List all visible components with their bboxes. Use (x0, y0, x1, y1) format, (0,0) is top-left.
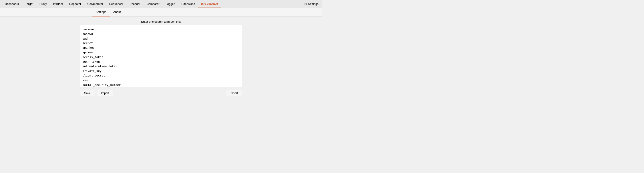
main-content: Enter one search term per line: password… (0, 17, 322, 100)
button-row: Save Import Export (80, 90, 242, 96)
search-terms-textarea[interactable]: password passwd pwd secret api_key apike… (80, 25, 242, 87)
textarea-wrapper: password passwd pwd secret api_key apike… (80, 25, 242, 87)
nav-item-extensions[interactable]: Extensions (178, 0, 198, 8)
tab-about[interactable]: About (110, 8, 124, 17)
nav-item-logger[interactable]: Logger (162, 0, 178, 8)
nav-item-sequencer[interactable]: Sequencer (106, 0, 126, 8)
nav-item-collaborator[interactable]: Collaborator (84, 0, 106, 8)
nav-item-info-leakage[interactable]: Info Leakage (198, 0, 221, 8)
nav-item-repeater[interactable]: Repeater (66, 0, 84, 8)
sub-nav: Settings About (0, 8, 322, 17)
gear-icon: ⚙ (304, 2, 307, 6)
settings-label: Settings (308, 2, 318, 6)
save-button[interactable]: Save (80, 90, 95, 96)
top-nav: Dashboard Target Proxy Intruder Repeater… (0, 0, 322, 8)
tab-settings[interactable]: Settings (92, 8, 110, 17)
nav-item-comparer[interactable]: Comparer (144, 0, 162, 8)
settings-nav[interactable]: ⚙ Settings (302, 1, 320, 7)
nav-item-intruder[interactable]: Intruder (50, 0, 66, 8)
nav-item-proxy[interactable]: Proxy (36, 0, 50, 8)
nav-item-dashboard[interactable]: Dashboard (2, 0, 22, 8)
nav-item-target[interactable]: Target (22, 0, 36, 8)
export-button[interactable]: Export (225, 90, 242, 96)
nav-item-decoder[interactable]: Decoder (126, 0, 144, 8)
search-label: Enter one search term per line: (141, 20, 181, 23)
import-button[interactable]: Import (97, 90, 114, 96)
